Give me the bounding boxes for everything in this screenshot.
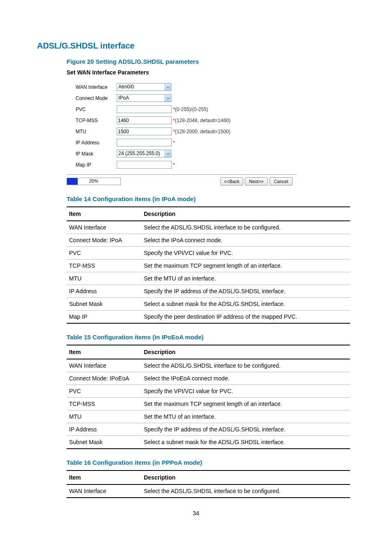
wan-interface-value: Atm0/0 [117, 83, 164, 90]
table14-caption: Table 14 Configuration items (in IPoA mo… [67, 195, 355, 202]
hint-ipaddr: * [172, 140, 175, 146]
hint-mapip: * [172, 162, 175, 168]
ipmask-value: 24 (255.255.255.0) [117, 150, 164, 157]
wan-interface-select[interactable]: Atm0/0 [117, 83, 171, 91]
th-item: Item [67, 470, 141, 484]
table-row: PVCSpecify the VPI/VCI value for PVC. [67, 385, 350, 398]
label-ipaddr: IP Address [67, 140, 117, 146]
table-row: Connect Mode: IPoASelect the IPoA connec… [67, 234, 350, 247]
table-row: MTUSet the MTU of an interface. [67, 272, 350, 285]
hint-tcpmss: *(128-2048, default=1460) [172, 118, 231, 123]
table16: Item Description WAN InterfaceSelect the… [67, 470, 350, 498]
table-row: Connect Mode: IPoEoASelect the IPoEoA co… [67, 372, 350, 385]
progress-label: 20% [67, 178, 120, 183]
tcpmss-input[interactable] [117, 116, 172, 124]
wan-parameters-panel: Set WAN Interface Parameters WAN Interfa… [67, 69, 297, 185]
label-mapip: Map IP [67, 162, 117, 168]
table-row: WAN InterfaceSelect the ADSL/G.SHDSL int… [67, 359, 350, 372]
label-wan-interface: WAN Interface [67, 84, 117, 90]
hint-mtu: *(128-2000, default=1500) [172, 129, 231, 134]
th-desc: Description [141, 207, 350, 221]
label-mtu: MTU [67, 129, 117, 134]
pvc-input[interactable] [117, 105, 172, 113]
ipaddr-input[interactable] [117, 139, 172, 146]
th-item: Item [67, 207, 141, 221]
table-row: Subnet MaskSelect a subnet mask for the … [67, 298, 350, 311]
progress-bar: 20% [67, 178, 121, 185]
table15: Item Description WAN InterfaceSelect the… [67, 345, 350, 449]
next-button[interactable]: Next>> [245, 177, 268, 185]
hint-pvc: **(0-255)/(0-255)(0-255)/(0-255) [172, 107, 208, 112]
cancel-button[interactable]: Cancel [270, 177, 293, 185]
th-desc: Description [141, 345, 350, 359]
table-row: Map IPSpecify the peer destination IP ad… [67, 311, 350, 324]
mapip-input[interactable] [117, 161, 172, 169]
table14: Item Description WAN InterfaceSelect the… [67, 206, 350, 324]
label-tcpmss: TCP-MSS [67, 118, 117, 123]
chevron-down-icon [164, 83, 171, 90]
figure-caption: Figure 20 Setting ADSL/G.SHDSL parameter… [67, 58, 355, 65]
back-button[interactable]: <<Back [220, 177, 243, 185]
ipmask-select[interactable]: 24 (255.255.255.0) [117, 150, 171, 158]
th-item: Item [67, 345, 141, 359]
connect-mode-select[interactable]: IPoA [117, 94, 171, 102]
page-number: 34 [0, 510, 392, 517]
chevron-down-icon [164, 95, 171, 102]
table-row: IP AddressSpecify the IP address of the … [67, 285, 350, 298]
panel-title: Set WAN Interface Parameters [67, 69, 297, 76]
table15-caption: Table 15 Configuration items (in IPoEoA … [67, 334, 355, 341]
th-desc: Description [141, 470, 350, 484]
table-row: MTUSet the MTU of an interface. [67, 410, 350, 423]
chevron-down-icon [164, 150, 171, 157]
table-row: WAN InterfaceSelect the ADSL/G.SHDSL int… [67, 484, 350, 498]
label-pvc: PVC [67, 107, 117, 112]
section-heading: ADSL/G.SHDSL interface [37, 41, 355, 51]
table-row: TCP-MSSSet the maximum TCP segment lengt… [67, 398, 350, 410]
label-ipmask: IP Mask [67, 151, 117, 157]
table-row: Subnet MaskSelect a subnet mask for the … [67, 436, 350, 449]
label-connect-mode: Connect Mode [67, 95, 117, 101]
table-row: IP AddressSpecify the IP address of the … [67, 423, 350, 436]
table-row: TCP-MSSSet the maximum TCP segment lengt… [67, 260, 350, 272]
connect-mode-value: IPoA [117, 95, 164, 102]
table-row: PVCSpecify the VPI/VCI value for PVC. [67, 247, 350, 260]
table16-caption: Table 16 Configuration items (in PPPoA m… [67, 459, 355, 466]
table-row: WAN InterfaceSelect the ADSL/G.SHDSL int… [67, 221, 350, 234]
mtu-input[interactable] [117, 127, 172, 135]
